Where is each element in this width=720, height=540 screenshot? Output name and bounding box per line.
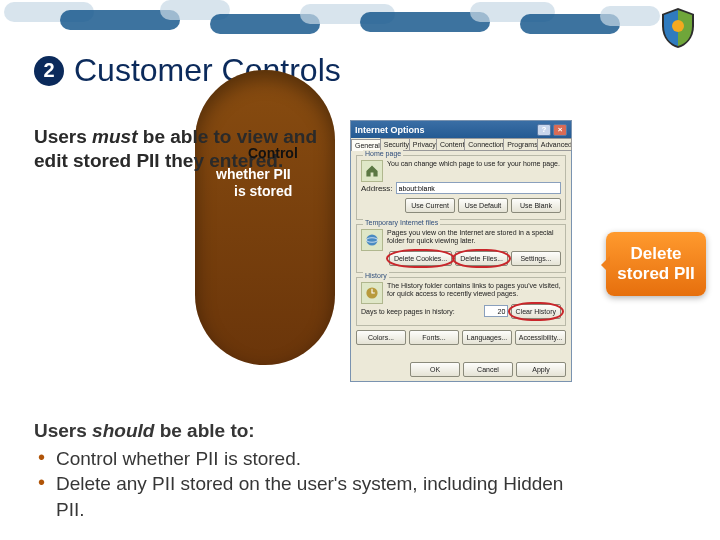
section-number-badge: 2 bbox=[34, 56, 64, 86]
address-label: Address: bbox=[361, 184, 393, 193]
use-blank-button[interactable]: Use Blank bbox=[511, 198, 561, 213]
should-item-1: Control whether PII is stored. bbox=[34, 446, 594, 472]
group-homepage: Home page You can change which page to u… bbox=[356, 155, 566, 220]
svg-point-1 bbox=[366, 234, 377, 245]
tab-programs[interactable]: Programs bbox=[503, 138, 538, 150]
decorative-topband bbox=[0, 0, 720, 42]
address-input[interactable] bbox=[396, 182, 561, 194]
history-days-label: Days to keep pages in history: bbox=[361, 308, 455, 315]
apply-button[interactable]: Apply bbox=[516, 362, 566, 377]
group-history-label: History bbox=[363, 272, 389, 279]
should-item-2: Delete any PII stored on the user's syst… bbox=[34, 471, 594, 522]
dialog-title-text: Internet Options bbox=[355, 125, 425, 135]
folder-globe-icon bbox=[361, 229, 383, 251]
pill-overlap-line3: is stored bbox=[234, 183, 292, 199]
history-desc: The History folder contains links to pag… bbox=[361, 282, 561, 297]
delete-cookies-button[interactable]: Delete Cookies... bbox=[389, 251, 452, 266]
cancel-button[interactable]: Cancel bbox=[463, 362, 513, 377]
homepage-desc: You can change which page to use for you… bbox=[361, 160, 561, 168]
tab-advanced[interactable]: Advanced bbox=[537, 138, 572, 150]
pill-overlap-line1: Control bbox=[248, 145, 298, 161]
languages-button[interactable]: Languages... bbox=[462, 330, 512, 345]
use-default-button[interactable]: Use Default bbox=[458, 198, 508, 213]
fonts-button[interactable]: Fonts... bbox=[409, 330, 459, 345]
ok-button[interactable]: OK bbox=[410, 362, 460, 377]
use-current-button[interactable]: Use Current bbox=[405, 198, 455, 213]
should-list: Users should be able to: Control whether… bbox=[34, 418, 594, 523]
tab-security[interactable]: Security bbox=[380, 138, 410, 150]
group-temp-files: Temporary Internet files Pages you view … bbox=[356, 224, 566, 273]
pill-overlap-line2: whether PII bbox=[216, 166, 291, 182]
accessibility-button[interactable]: Accessibility... bbox=[515, 330, 566, 345]
delete-files-button[interactable]: Delete Files... bbox=[455, 251, 508, 266]
internet-options-dialog: Internet Options ? × General Security Pr… bbox=[350, 120, 572, 382]
group-homepage-label: Home page bbox=[363, 150, 403, 157]
background-pill bbox=[195, 70, 335, 365]
svg-point-0 bbox=[672, 20, 684, 32]
window-close-button[interactable]: × bbox=[553, 124, 567, 136]
group-tif-label: Temporary Internet files bbox=[363, 219, 440, 226]
tab-content[interactable]: Content bbox=[436, 138, 465, 150]
history-icon bbox=[361, 282, 383, 304]
colors-button[interactable]: Colors... bbox=[356, 330, 406, 345]
shield-icon bbox=[656, 6, 700, 50]
window-help-button[interactable]: ? bbox=[537, 124, 551, 136]
dialog-titlebar[interactable]: Internet Options ? × bbox=[351, 121, 571, 138]
should-lead: Users should be able to: bbox=[34, 418, 594, 444]
clear-history-button[interactable]: Clear History bbox=[511, 304, 561, 319]
tab-connections[interactable]: Connections bbox=[464, 138, 504, 150]
delete-pii-callout: Delete stored PII bbox=[606, 232, 706, 296]
home-icon bbox=[361, 160, 383, 182]
tif-desc: Pages you view on the Internet are store… bbox=[361, 229, 561, 244]
group-history: History The History folder contains link… bbox=[356, 277, 566, 326]
tab-privacy[interactable]: Privacy bbox=[409, 138, 437, 150]
history-days-value[interactable]: 20 bbox=[484, 305, 508, 317]
tif-settings-button[interactable]: Settings... bbox=[511, 251, 561, 266]
